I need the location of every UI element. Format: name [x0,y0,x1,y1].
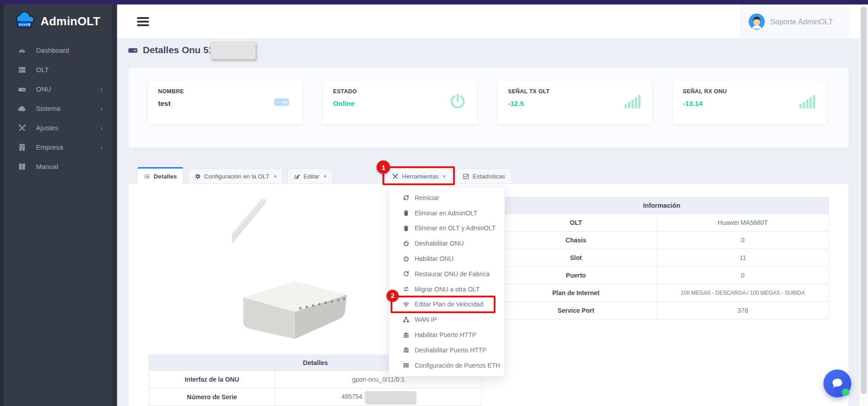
card-label: SEÑAL TX OLT [508,88,642,95]
sidebar-item-dashboard[interactable]: Dashboard [0,41,117,60]
card-label: SEÑAL RX ONU [683,88,817,95]
tab-detalles[interactable]: Detalles [137,167,183,184]
power-icon [402,240,410,247]
tab-label: Detalles [154,173,177,180]
brand-logo[interactable]: AdminOLT [14,12,100,31]
menu-item-eliminar-adminolt[interactable]: Eliminar en AdminOLT [389,205,504,221]
menu-item-reiniciar[interactable]: Reiniciar [389,190,504,205]
sidebar-item-label: Dashboard [36,46,69,54]
table-header: Información [495,197,829,214]
signal-bars-icon [623,92,642,113]
menu-item-label: WAN IP [414,316,436,323]
card-estado: ESTADO Online [323,81,477,124]
hamburger-menu-icon[interactable] [137,17,149,28]
card-senal-tx: SEÑAL TX OLT -12.5 [498,81,652,124]
table-row: OLTHuawei MA5680T [495,214,829,232]
edit-icon [294,173,300,180]
onu-title-icon [127,45,138,55]
tab-herramientas-wrapper: Herramientas ▾ 1 Reiniciar Eliminar en A… [386,169,452,184]
chevron-right-icon: › [100,105,103,112]
status-value: Online [333,100,467,108]
dashboard-icon [17,46,27,55]
menu-item-editar-plan-velocidad[interactable]: Editar Plan de Velocidad 2 [389,297,504,312]
sidebar-item-olt[interactable]: OLT [0,60,117,79]
app-window: AdminOLT Dashboard OLT ONU › Sistema › [0,0,868,406]
signal-rx-value: -13.14 [683,100,817,108]
sync-icon [402,194,410,201]
sidebar-item-label: Manual [36,163,58,170]
chat-online-indicator [842,388,850,396]
menu-item-config-puertos-eth[interactable]: Configuración de Puertos ETH [389,358,504,373]
sidebar-item-manual[interactable]: Manual [0,157,117,176]
bank-icon [402,332,410,338]
menu-item-label: Restaurar ONU de Fabrica [414,270,490,278]
menu-item-habilitar-http[interactable]: Habilitar Puerto HTTP [389,327,504,342]
table-row: Slot11 [495,249,829,267]
menu-item-label: Deshabilitar ONU [414,240,464,247]
sidebar: AdminOLT Dashboard OLT ONU › Sistema › [0,5,117,406]
card-senal-rx: SEÑAL RX ONU -13.14 [673,81,827,124]
tools-icon [392,173,399,180]
bank-icon [402,347,410,353]
page-scrollbar-thumb[interactable] [861,7,867,394]
card-label: ESTADO [333,88,467,95]
tab-estadisticas[interactable]: Estadísticas [456,169,512,184]
book-icon [17,162,27,171]
caret-down-icon: ▾ [443,173,446,179]
sidebar-item-empresa[interactable]: Empresa › [0,137,117,157]
chat-bubble-icon [830,376,845,391]
topbar: Soporte AdminOLT [117,5,859,39]
sidebar-item-label: OLT [36,66,49,73]
tab-configuracion-olt[interactable]: Configuración en la OLT ▾ [188,169,283,184]
caret-down-icon: ▾ [274,173,277,179]
tab-label: Estadísticas [473,173,505,180]
onu-device-photo [232,195,354,343]
table-row: Número de Serie 485754 [149,388,482,406]
tab-herramientas[interactable]: Herramientas ▾ [386,169,452,184]
sidebar-item-ajustes[interactable]: Ajustes › [0,118,117,137]
menu-item-deshabilitar-onu[interactable]: Deshabilitar ONU [389,236,504,251]
table-row: Plan de Internet100 MEGAS - DESCARGA / 1… [495,284,829,302]
informacion-table: Información OLTHuawei MA5680T Chasis0 Sl… [495,197,829,319]
menu-item-label: Eliminar en OLT y AdminOLT [414,224,495,232]
table-row: Chasis0 [495,232,829,249]
chevron-right-icon: › [100,143,103,151]
trash-icon [402,225,410,232]
annotation-badge-2: 2 [386,290,399,302]
menu-item-restaurar-fabrica[interactable]: Restaurar ONU de Fabrica [389,266,504,282]
card-nombre: NOMBRE test [148,81,302,124]
user-profile[interactable]: Soporte AdminOLT [741,5,849,39]
server-icon [17,65,27,74]
gear-icon [194,173,201,180]
tab-label: Herramientas [402,173,438,180]
sidebar-item-label: Sistema [36,105,60,112]
menu-item-eliminar-olt-adminolt[interactable]: Eliminar en OLT y AdminOLT [389,221,504,236]
menu-item-wan-ip[interactable]: WAN IP [389,312,504,327]
user-name: Soporte AdminOLT [770,18,833,26]
building-icon [17,143,27,152]
cloud-icon [17,104,27,113]
tools-icon [17,123,27,132]
exchange-icon [402,286,410,292]
menu-item-deshabilitar-http[interactable]: Deshabilitar Puerto HTTP [389,342,504,358]
menu-item-label: Editar Plan de Velocidad [414,301,483,308]
sidebar-item-sistema[interactable]: Sistema › [0,99,117,118]
power-icon [402,255,410,262]
wifi-icon [402,301,410,308]
trash-icon [402,210,410,216]
page-scrollbar-track [859,5,868,406]
sidebar-nav: Dashboard OLT ONU › Sistema › Ajustes › [0,41,117,176]
menu-item-migrar-onu[interactable]: Migrar ONU a otra OLT [389,282,504,297]
table-row: Service Port378 [495,302,829,319]
tab-editar[interactable]: Editar ▾ [287,169,333,184]
browser-top-strip [0,0,868,5]
chart-icon [463,173,469,180]
sidebar-item-onu[interactable]: ONU › [0,79,117,99]
sidebar-item-label: Ajustes [36,124,58,132]
caret-down-icon: ▾ [324,173,327,179]
menu-item-label: Habilitar Puerto HTTP [414,331,476,338]
sidebar-item-label: Empresa [36,143,63,151]
chevron-right-icon: › [100,124,103,132]
menu-item-habilitar-onu[interactable]: Habilitar ONU [389,251,504,266]
stat-cards-panel: NOMBRE test ESTADO Online SEÑAL TX OLT -… [128,68,849,148]
